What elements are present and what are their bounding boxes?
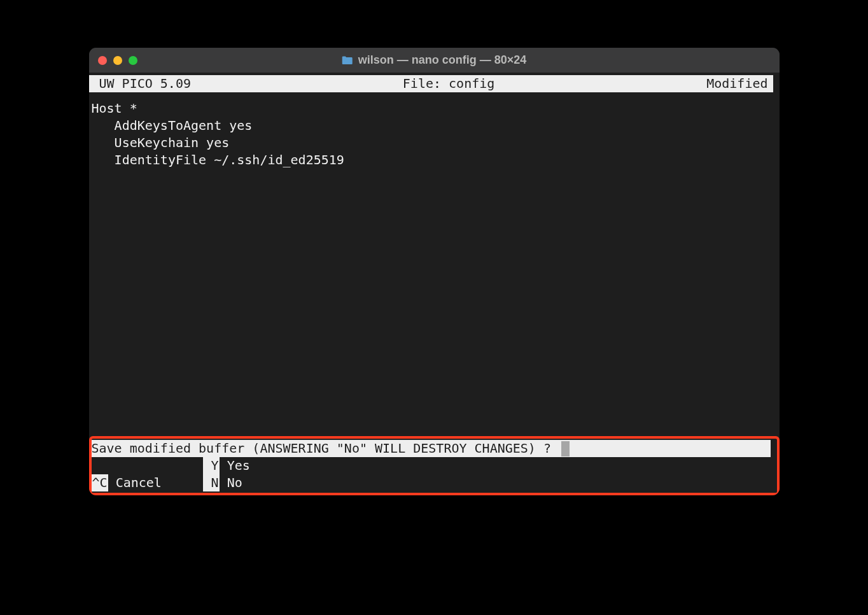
minimize-button[interactable] [113, 56, 122, 65]
prompt-highlight: Save modified buffer (ANSWERING "No" WIL… [89, 436, 780, 495]
modified-indicator: Modified [706, 75, 770, 92]
maximize-button[interactable] [129, 56, 137, 65]
option-row-1: Y Yes [92, 457, 777, 474]
no-label: No [220, 474, 242, 491]
save-prompt: Save modified buffer (ANSWERING "No" WIL… [92, 440, 771, 457]
option-no[interactable]: N No [203, 474, 314, 491]
prompt-options: Y Yes ^C Cancel N No [92, 457, 777, 491]
cursor [561, 441, 570, 456]
option-cancel[interactable]: ^C Cancel [92, 474, 203, 491]
window-title-area: wilson — nano config — 80×24 [342, 53, 527, 67]
editor-status-bar: UW PICO 5.09 File: config Modified [89, 75, 773, 92]
cancel-label: Cancel [108, 474, 162, 491]
yes-key: Y [203, 457, 220, 474]
yes-label: Yes [220, 457, 250, 474]
window-title: wilson — nano config — 80×24 [358, 53, 527, 67]
cancel-key: ^C [92, 474, 108, 491]
close-button[interactable] [98, 56, 107, 65]
prompt-text: Save modified buffer (ANSWERING "No" WIL… [92, 440, 559, 457]
option-row-2: ^C Cancel N No [92, 474, 777, 491]
titlebar: wilson — nano config — 80×24 [89, 48, 780, 73]
file-name: File: config [191, 75, 706, 92]
option-yes[interactable]: Y Yes [203, 457, 314, 474]
terminal-window: wilson — nano config — 80×24 UW PICO 5.0… [89, 48, 780, 495]
folder-icon [342, 55, 353, 65]
editor-name: UW PICO 5.09 [92, 75, 192, 92]
no-key: N [203, 474, 220, 491]
terminal-content[interactable]: UW PICO 5.09 File: config Modified Host … [89, 75, 780, 495]
file-content[interactable]: Host * AddKeysToAgent yes UseKeychain ye… [89, 92, 780, 169]
traffic-lights [98, 56, 137, 65]
